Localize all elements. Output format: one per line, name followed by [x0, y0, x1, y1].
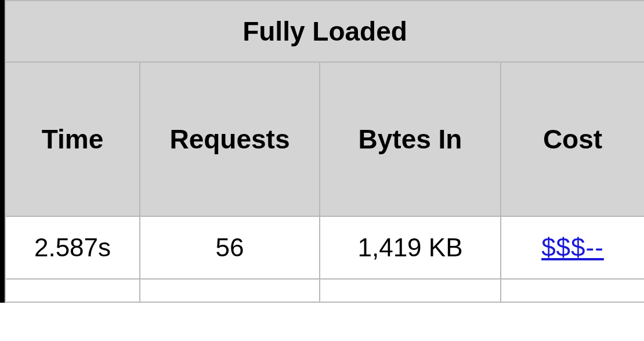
cell-cost: $$$--	[501, 216, 644, 279]
table-row: 2.587s 56 1,419 KB $$$--	[5, 216, 644, 279]
column-header-bytes-in: Bytes In	[320, 62, 501, 216]
column-header-requests: Requests	[140, 62, 320, 216]
column-header-cost: Cost	[501, 62, 644, 216]
cell-empty	[320, 279, 501, 302]
cell-empty	[140, 279, 320, 302]
cell-empty	[5, 279, 140, 302]
fully-loaded-table-wrapper: Fully Loaded Time Requests Bytes In Cost…	[0, 0, 644, 303]
table-title: Fully Loaded	[5, 1, 644, 62]
cell-requests: 56	[140, 216, 320, 279]
column-header-time: Time	[5, 62, 140, 216]
cell-time: 2.587s	[5, 216, 140, 279]
fully-loaded-table: Fully Loaded Time Requests Bytes In Cost…	[5, 0, 644, 303]
table-row	[5, 279, 644, 302]
cell-empty	[501, 279, 644, 302]
cost-link[interactable]: $$$--	[541, 233, 604, 262]
cell-bytes-in: 1,419 KB	[320, 216, 501, 279]
